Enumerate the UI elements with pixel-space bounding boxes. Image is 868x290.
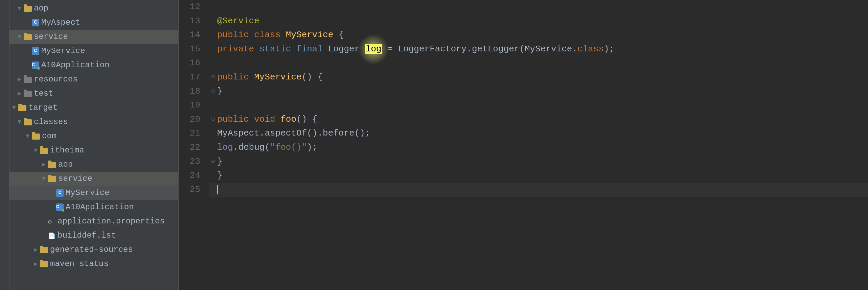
tree-item-generated-sources[interactable]: ▶generated-sources <box>9 243 178 257</box>
tree-item-label: MyService <box>66 187 110 199</box>
tree-item-test[interactable]: ▶test <box>9 87 178 101</box>
folder-icon <box>40 148 48 154</box>
file-icon: 📄 <box>48 232 55 239</box>
line-number-12: 12 <box>179 0 200 14</box>
plain-token: ); <box>307 142 317 152</box>
tree-item-myservice-classes[interactable]: CMyService <box>9 186 178 200</box>
tree-item-label: maven-status <box>50 258 109 270</box>
fold-gutter-18[interactable]: ⊝ <box>209 84 217 99</box>
folder-icon <box>24 34 32 40</box>
code-line-14: public class MyService { <box>209 28 868 42</box>
code-line-19 <box>209 98 868 113</box>
tree-item-itheima[interactable]: ▼itheima <box>9 143 178 158</box>
folder-icon <box>18 105 26 111</box>
editor-content[interactable]: @Servicepublic class MyService { private… <box>206 0 868 290</box>
fold-gutter-23[interactable]: ⊝ <box>209 155 217 169</box>
plain-token <box>249 72 254 82</box>
code-text-18: } <box>217 84 223 99</box>
tree-item-aop[interactable]: ▼aop <box>9 1 178 16</box>
folder-icon <box>32 134 40 140</box>
plain-token <box>323 44 328 54</box>
tree-item-label: classes <box>34 116 68 128</box>
code-line-24: } <box>209 169 868 183</box>
line-number-25: 25 <box>179 183 200 197</box>
folder-icon <box>40 261 48 267</box>
tree-item-maven-status[interactable]: ▶maven-status <box>9 257 178 271</box>
code-line-23: ⊝ } <box>209 155 868 169</box>
code-line-13: @Service <box>209 14 868 28</box>
tree-item-resources[interactable]: ▶resources <box>9 72 178 87</box>
keyword-token: void <box>254 114 275 124</box>
chevron-icon: ▼ <box>42 174 48 184</box>
code-text-23: } <box>217 155 223 169</box>
chevron-icon: ▼ <box>18 4 24 13</box>
folder-icon <box>24 91 32 97</box>
file-tree: ▼aop CMyAspect▼service CMyService CA10Ap… <box>9 0 179 290</box>
tree-item-label: application.properties <box>58 215 165 227</box>
code-line-21: MyAspect.aspectOf().before(); <box>209 126 868 141</box>
plain-token <box>249 114 254 124</box>
tree-item-label: aop <box>34 2 48 15</box>
tree-item-a10application-classes[interactable]: CA10Application <box>9 200 178 214</box>
tree-item-service-classes[interactable]: ▼service <box>9 172 178 186</box>
code-text-20: public void foo() { <box>217 113 318 127</box>
log-var-token: log <box>217 142 233 152</box>
tree-item-myservice-top[interactable]: CMyService <box>9 44 178 58</box>
text-cursor <box>217 185 218 194</box>
tree-item-myaspect[interactable]: CMyAspect <box>9 16 178 30</box>
plain-token: () { <box>296 114 317 124</box>
code-text-24: } <box>217 169 223 183</box>
structure-panel <box>0 0 9 290</box>
code-line-22: log.debug("foo()"); <box>209 141 868 155</box>
tree-item-builddef[interactable]: 📄builddef.lst <box>9 228 178 243</box>
classref-token: MyService <box>286 30 333 40</box>
plain-token: } <box>217 170 223 180</box>
plain-token <box>254 44 259 54</box>
class-icon: C <box>32 19 39 26</box>
code-text-21: MyAspect.aspectOf().before(); <box>217 126 370 141</box>
code-text-25 <box>217 183 218 197</box>
plain-token: .debug( <box>233 142 270 152</box>
method-token: foo <box>280 114 296 124</box>
tree-item-application-properties[interactable]: ⚙application.properties <box>9 214 178 228</box>
plain-token: = LoggerFactory.getLogger(MyService. <box>382 44 577 54</box>
tree-item-label: generated-sources <box>50 244 133 256</box>
plain-token: Logger <box>328 44 365 54</box>
keyword-token: private <box>217 44 254 54</box>
code-line-18: ⊝ } <box>209 84 868 99</box>
plain-token: } <box>217 86 223 96</box>
log-highlight-token: log <box>365 42 382 56</box>
plain-token <box>249 30 254 40</box>
tree-item-target[interactable]: ▼target <box>9 101 178 115</box>
tree-item-com[interactable]: ▼com <box>9 129 178 143</box>
code-text-22: log.debug("foo()"); <box>217 141 317 155</box>
log-highlighted-text: log <box>365 44 382 54</box>
keyword-token: public <box>217 114 249 124</box>
line-number-18: 18 <box>179 84 200 99</box>
class-icon: C <box>32 62 39 69</box>
line-number-19: 19 <box>179 98 200 113</box>
fold-gutter-17[interactable]: ⊝ <box>209 70 217 84</box>
line-number-20: 20 <box>179 113 200 127</box>
class-icon: C <box>56 203 64 211</box>
plain-token: MyAspect.aspectOf().before(); <box>217 128 370 138</box>
tree-item-label: MyAspect <box>41 17 80 29</box>
chevron-icon: ▶ <box>42 160 48 169</box>
code-line-16 <box>209 56 868 70</box>
keyword-token: public <box>217 30 249 40</box>
tree-item-classes[interactable]: ▼classes <box>9 115 178 129</box>
keyword-blue-token: static <box>259 44 291 54</box>
chevron-icon: ▶ <box>34 260 40 269</box>
plain-token <box>280 30 286 40</box>
tree-item-service-top[interactable]: ▼service <box>9 30 178 44</box>
line-number-23: 23 <box>179 155 200 169</box>
line-number-13: 13 <box>179 14 200 28</box>
line-number-21: 21 <box>179 126 200 141</box>
tree-item-label: com <box>42 130 56 142</box>
tree-item-a10application-top[interactable]: CA10Application <box>9 58 178 72</box>
chevron-icon: ▶ <box>18 89 24 98</box>
tree-item-label: target <box>28 102 58 114</box>
tree-item-label: test <box>34 88 53 100</box>
fold-gutter-20[interactable]: ⊝ <box>209 113 217 127</box>
tree-item-aop-classes[interactable]: ▶aop <box>9 158 178 172</box>
